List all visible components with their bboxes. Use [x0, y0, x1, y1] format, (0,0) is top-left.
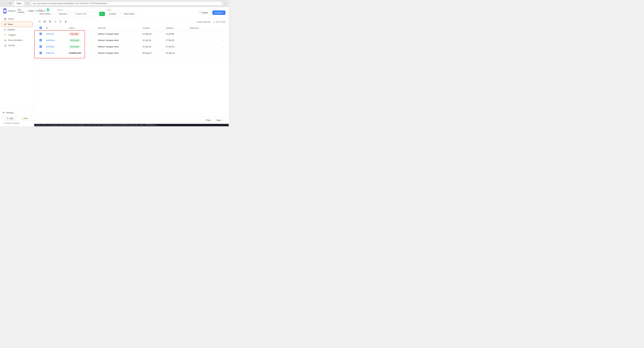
filters-toolbar: Status Select status Search Outcome: [34, 7, 229, 18]
export-label: Export: [202, 12, 208, 14]
search-type-select[interactable]: Outcome: [57, 12, 72, 16]
row-id-link[interactable]: 5603f8a6: [46, 46, 54, 48]
col-response[interactable]: Response: [188, 25, 214, 31]
sidebar-item-label: Triggers: [8, 34, 16, 36]
svg-rect-4: [44, 21, 44, 22]
svg-point-1: [4, 10, 6, 12]
row-id-link[interactable]: 6988a7dc: [46, 52, 55, 54]
settings-table-button[interactable]: [58, 20, 62, 24]
sidebar-item-pipeline[interactable]: ◫ Pipeline: [1, 27, 33, 32]
row-created-cell: 11 Oct 23: [140, 37, 164, 44]
row-checkbox[interactable]: [40, 46, 42, 48]
sidebar-item-label: Home: [8, 18, 14, 20]
svg-point-7: [60, 21, 61, 22]
row-checkbox[interactable]: [40, 52, 42, 54]
project-selector[interactable]: Test webbot: [18, 8, 27, 14]
search-input[interactable]: [73, 12, 99, 16]
row-checkbox[interactable]: [40, 39, 42, 41]
row-checkbox-cell[interactable]: [38, 37, 44, 44]
sidebar-item-activity[interactable]: 📊 Activity: [1, 43, 33, 48]
new-tab-button[interactable]: +: [25, 2, 30, 5]
date-range-select[interactable]: Select dates: [122, 12, 136, 16]
row-id-cell: 5603f8a6: [44, 44, 67, 50]
tab-bar: Tasks +: [14, 1, 30, 6]
row-more-cell: ···: [214, 50, 226, 56]
prev-button[interactable]: Prev: [202, 118, 213, 122]
undo-button[interactable]: [53, 20, 57, 24]
row-more-button[interactable]: ···: [221, 52, 224, 54]
browser-chrome: ← → ⟳ Tasks + test-org.unmand.com/swarm/…: [0, 0, 229, 7]
light-theme-button[interactable]: ☀ Light: [3, 116, 17, 120]
sidebar-item-documentation[interactable]: 📖 Documentation: [1, 38, 33, 43]
select-all-header[interactable]: [38, 25, 44, 31]
row-response-cell: [188, 31, 214, 37]
row-response-cell: [188, 44, 214, 50]
filter-button[interactable]: [48, 20, 52, 24]
col-status[interactable]: Status: [67, 25, 96, 31]
sidebar-item-home[interactable]: 🏠 Home: [1, 16, 33, 22]
collapse-sidebar-button[interactable]: « Collapse Sidebar: [2, 122, 32, 124]
row-info: 1 - 4 of 4 rows: [213, 21, 226, 23]
row-id-link[interactable]: e6f97c94: [46, 33, 54, 35]
back-button[interactable]: ←: [2, 2, 4, 5]
row-checkbox-cell[interactable]: [38, 50, 44, 56]
sidebar-item-tasks[interactable]: ⊞ Tasks: [1, 22, 33, 27]
projects-link[interactable]: Projects: [8, 10, 16, 12]
updated-sort[interactable]: Updated: [166, 27, 175, 29]
delete-button[interactable]: [64, 20, 68, 24]
next-icon: [221, 119, 223, 121]
status-select[interactable]: Select status: [38, 12, 56, 16]
browser-tab[interactable]: Tasks: [14, 1, 24, 6]
app-logo: [3, 8, 6, 14]
address-bar[interactable]: test-org.unmand.com/swarm/projects/ebba8…: [31, 2, 222, 6]
search-button[interactable]: [99, 12, 105, 16]
create-button[interactable]: Create ▾: [212, 10, 226, 15]
next-button[interactable]: Next: [214, 118, 226, 122]
tab-label: Tasks: [16, 2, 22, 4]
row-id-link[interactable]: 848583ea: [46, 39, 55, 42]
row-checkbox-cell[interactable]: [38, 44, 44, 50]
collapse-icon: «: [2, 122, 4, 124]
gear-icon: [59, 20, 62, 23]
nav-buttons: ← → ⟳: [2, 2, 11, 5]
row-checkbox[interactable]: [40, 33, 42, 35]
browser-more-button[interactable]: ⋮: [224, 2, 227, 5]
select-all-checkbox[interactable]: [40, 27, 42, 29]
settings-item[interactable]: ⚙ Settings: [2, 110, 32, 115]
svg-rect-5: [45, 21, 46, 22]
reload-button[interactable]: ⟳: [9, 2, 11, 5]
breadcrumb: Projects / Test webbot / Tasks: [8, 8, 34, 14]
status-bar: https://test-org.unmand.com/swarm/projec…: [34, 124, 229, 126]
refresh-button[interactable]: [38, 20, 42, 24]
row-status-cell: SUCCESS: [67, 44, 96, 50]
row-more-button[interactable]: ···: [221, 39, 224, 42]
row-more-button[interactable]: ···: [221, 32, 224, 36]
date-type-select[interactable]: Created: [107, 12, 120, 16]
status-badge: CANCELLED: [69, 52, 81, 54]
columns-button[interactable]: [43, 20, 47, 24]
status-filter-group: Status Select status: [38, 9, 56, 16]
forward-button[interactable]: →: [6, 2, 8, 5]
status-badge: SUCCESS: [69, 39, 80, 42]
col-created[interactable]: Created: [140, 25, 164, 31]
row-checkbox-cell[interactable]: [38, 31, 44, 37]
sidebar-item-label: Pipeline: [8, 28, 15, 31]
sidebar: Projects / Test webbot / Tasks 🔍 Search …: [0, 7, 34, 126]
row-outcome-cell: Webbot: Navigate failed: [96, 44, 140, 50]
export-button[interactable]: ↗ Export: [196, 10, 210, 15]
status-sort[interactable]: Status: [69, 27, 76, 29]
table-row: 5603f8a6 SUCCESS Webbot: Navigate failed…: [38, 44, 226, 50]
refresh-icon: [38, 20, 41, 23]
documentation-icon: 📖: [4, 39, 6, 41]
dark-theme-button[interactable]: 🌙 Dark: [17, 116, 32, 120]
date-placeholder: Select dates: [124, 13, 134, 15]
row-more-button[interactable]: ···: [221, 45, 224, 48]
sidebar-footer: ⚙ Settings ☀ Light 🌙 Dark « Collapse Sid…: [0, 108, 34, 126]
row-response-cell: [188, 37, 214, 44]
created-sort[interactable]: Created: [142, 27, 152, 29]
col-updated[interactable]: Updated: [164, 25, 188, 31]
sidebar-item-triggers[interactable]: ⚡ Triggers: [1, 32, 33, 38]
project-name: Test webbot: [18, 8, 25, 14]
prev-icon: [204, 119, 206, 121]
response-sort[interactable]: Response: [190, 27, 200, 29]
